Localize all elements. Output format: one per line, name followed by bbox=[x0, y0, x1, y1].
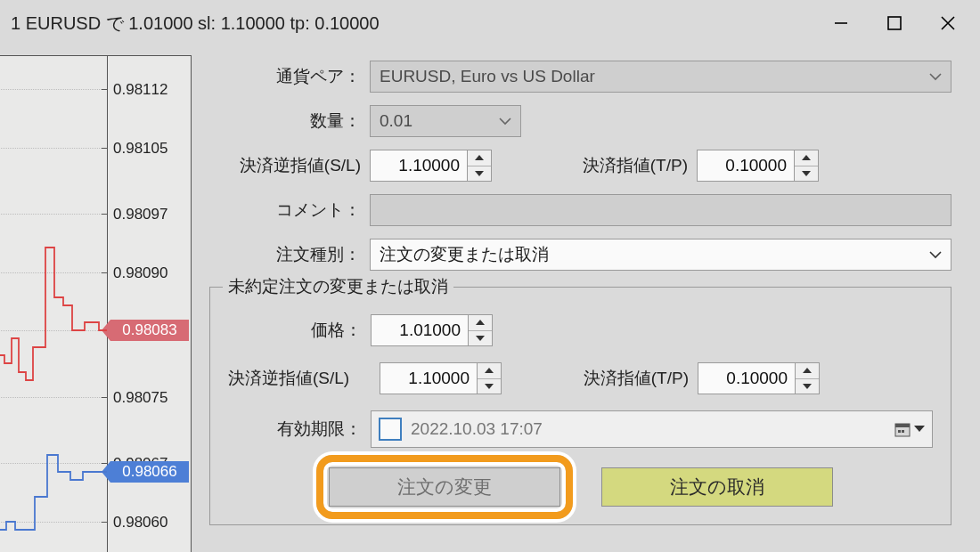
pair-label: 通貨ペア： bbox=[209, 65, 370, 88]
order-type-select[interactable]: 注文の変更または取消 bbox=[370, 239, 951, 271]
cancel-order-button[interactable]: 注文の取消 bbox=[601, 467, 833, 507]
chevron-down-icon bbox=[929, 250, 942, 259]
stepper-down-icon[interactable] bbox=[795, 166, 818, 182]
expiry-label: 有効期限： bbox=[228, 418, 371, 441]
window-title: 1 EURUSD で 1.01000 sl: 1.10000 tp: 0.100… bbox=[11, 12, 814, 36]
tp-stepper[interactable]: 0.10000 bbox=[697, 150, 819, 182]
fs-sl-label: 決済逆指値(S/L) bbox=[228, 367, 380, 390]
chevron-down-icon[interactable] bbox=[914, 425, 925, 434]
pair-value: EURUSD, Euro vs US Dollar bbox=[380, 67, 595, 86]
fieldset-legend: 未約定注文の変更または取消 bbox=[223, 275, 453, 298]
fs-tp-stepper[interactable]: 0.10000 bbox=[698, 362, 820, 394]
volume-value: 0.01 bbox=[380, 111, 412, 131]
svg-rect-2 bbox=[895, 424, 910, 427]
close-button[interactable] bbox=[921, 0, 975, 46]
order-form: 通貨ペア： EURUSD, Euro vs US Dollar 数量： 0.01… bbox=[209, 46, 975, 552]
y-tick: 0.98060 bbox=[113, 514, 184, 532]
y-tick: 0.98105 bbox=[113, 140, 184, 158]
ask-price-badge: 0.98083 bbox=[110, 320, 189, 341]
pair-select[interactable]: EURUSD, Euro vs US Dollar bbox=[370, 61, 951, 93]
minimize-button[interactable] bbox=[814, 0, 868, 46]
price-label: 価格： bbox=[228, 319, 371, 342]
sl-label: 決済逆指値(S/L) bbox=[209, 154, 370, 177]
calendar-icon[interactable] bbox=[894, 421, 911, 437]
maximize-button[interactable] bbox=[868, 0, 921, 46]
comment-label: コメント： bbox=[209, 199, 370, 222]
price-chart: 0.98112 0.98105 0.98097 0.98090 0.98075 … bbox=[0, 55, 190, 552]
y-tick: 0.98075 bbox=[113, 389, 184, 407]
titlebar: 1 EURUSD で 1.01000 sl: 1.10000 tp: 0.100… bbox=[0, 0, 980, 46]
fs-tp-label: 決済指値(T/P) bbox=[546, 367, 698, 390]
bid-price-badge: 0.98066 bbox=[110, 461, 189, 483]
y-tick: 0.98090 bbox=[113, 264, 184, 282]
svg-rect-0 bbox=[888, 17, 901, 29]
y-tick: 0.98112 bbox=[113, 81, 184, 99]
price-stepper[interactable]: 1.01000 bbox=[371, 314, 493, 346]
comment-input[interactable] bbox=[370, 194, 951, 226]
svg-rect-3 bbox=[898, 430, 901, 433]
stepper-down-icon[interactable] bbox=[478, 379, 501, 394]
fs-sl-value[interactable]: 1.10000 bbox=[380, 362, 478, 394]
chevron-down-icon bbox=[929, 72, 942, 81]
type-value: 注文の変更または取消 bbox=[380, 243, 549, 266]
volume-label: 数量： bbox=[209, 110, 370, 133]
stepper-up-icon[interactable] bbox=[796, 363, 819, 379]
fs-sl-stepper[interactable]: 1.10000 bbox=[380, 362, 502, 394]
stepper-down-icon[interactable] bbox=[796, 379, 819, 394]
svg-rect-4 bbox=[902, 430, 904, 433]
stepper-up-icon[interactable] bbox=[795, 150, 818, 166]
fs-tp-value[interactable]: 0.10000 bbox=[698, 362, 796, 394]
stepper-down-icon[interactable] bbox=[468, 166, 491, 182]
stepper-down-icon[interactable] bbox=[469, 331, 492, 346]
sl-stepper[interactable]: 1.10000 bbox=[370, 150, 492, 182]
type-label: 注文種別： bbox=[209, 243, 370, 266]
expiry-field[interactable]: 2022.10.03 17:07 bbox=[371, 410, 933, 448]
expiry-value: 2022.10.03 17:07 bbox=[411, 419, 543, 439]
chevron-down-icon bbox=[499, 117, 511, 126]
tp-value[interactable]: 0.10000 bbox=[697, 150, 795, 182]
tp-label: 決済指値(T/P) bbox=[545, 154, 697, 177]
modify-fieldset: 未約定注文の変更または取消 価格： 1.01000 決済逆指値(S/L) 1.1… bbox=[209, 287, 951, 525]
modify-order-button[interactable]: 注文の変更 bbox=[329, 467, 560, 507]
price-value[interactable]: 1.01000 bbox=[371, 314, 469, 346]
volume-select[interactable]: 0.01 bbox=[370, 105, 521, 137]
y-tick: 0.98097 bbox=[113, 206, 184, 223]
stepper-up-icon[interactable] bbox=[469, 315, 492, 331]
stepper-up-icon[interactable] bbox=[468, 150, 491, 166]
stepper-up-icon[interactable] bbox=[478, 363, 501, 379]
sl-value[interactable]: 1.10000 bbox=[370, 150, 468, 182]
expiry-checkbox[interactable] bbox=[379, 418, 402, 441]
